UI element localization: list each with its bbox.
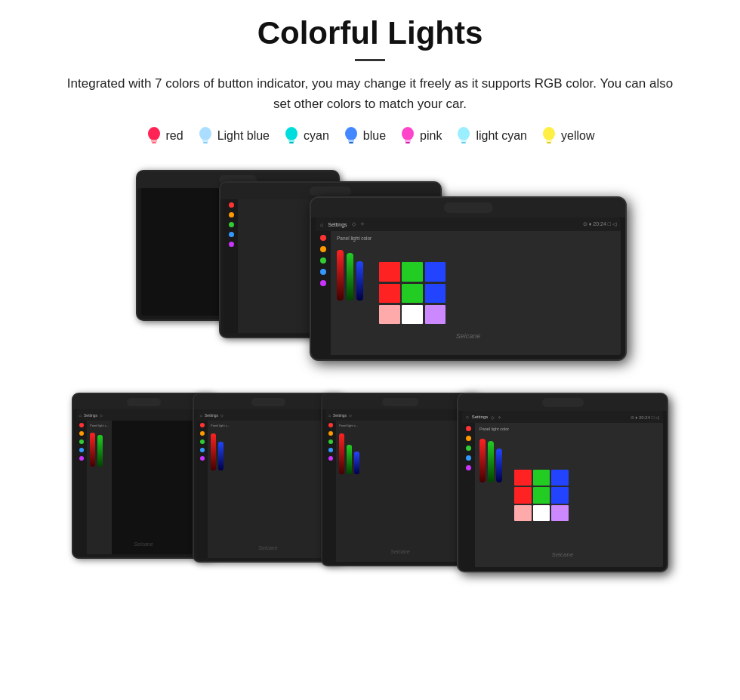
bulb-red-icon — [146, 126, 162, 146]
watermark-b4: Seicane — [552, 551, 574, 558]
color-labels: red Light blue cyan — [30, 126, 710, 146]
panel-label-bottom: Panel light color — [479, 427, 509, 431]
bulb-lightblue-icon — [197, 126, 214, 146]
svg-rect-8 — [289, 142, 294, 143]
svg-rect-14 — [405, 142, 410, 143]
svg-rect-19 — [546, 140, 552, 142]
svg-point-18 — [543, 127, 555, 140]
color-label-yellow: yellow — [561, 129, 594, 143]
color-label-pink: pink — [420, 129, 442, 143]
svg-rect-13 — [405, 140, 411, 142]
svg-rect-2 — [152, 142, 156, 143]
bulb-blue-icon — [343, 126, 359, 146]
color-label-lightblue: Light blue — [217, 129, 270, 143]
color-label-cyan: cyan — [304, 129, 329, 143]
color-item-cyan: cyan — [283, 126, 329, 146]
title-divider — [355, 59, 385, 61]
color-label-blue: blue — [363, 129, 386, 143]
bulb-lightcyan-icon — [455, 126, 472, 146]
page-title: Colorful Lights — [30, 15, 710, 51]
svg-rect-7 — [288, 140, 294, 142]
color-item-light-blue: Light blue — [197, 126, 270, 146]
svg-rect-11 — [349, 142, 353, 143]
svg-rect-16 — [461, 140, 467, 142]
bulb-yellow-icon — [541, 126, 557, 146]
device-front: ⌂ Settings ◇ ✧ ⊙ ♦ 20:24 □ ◁ — [310, 196, 627, 361]
bulb-pink-icon — [399, 126, 416, 146]
page-description: Integrated with 7 colors of button indic… — [60, 73, 680, 114]
settings-label: Settings — [328, 222, 347, 227]
watermark-b2: Seicane — [258, 545, 277, 550]
devices-area: ⌂ Settings ◇ ✧ ⊙ ♦ 20:24 □ ◁ — [30, 162, 710, 572]
color-item-red: red — [146, 126, 183, 146]
bottom-device-3: ⌂ Settings ◇ Panel light c — [321, 393, 479, 566]
bulb-cyan-icon — [283, 126, 300, 146]
svg-point-12 — [402, 127, 414, 140]
svg-point-0 — [148, 127, 160, 140]
svg-rect-17 — [461, 142, 466, 143]
color-label-red: red — [166, 129, 183, 143]
page-container: Colorful Lights Integrated with 7 colors… — [0, 0, 740, 587]
svg-point-6 — [285, 127, 298, 140]
svg-rect-1 — [151, 140, 157, 142]
panel-label-top: Panel light color — [337, 236, 372, 241]
svg-rect-5 — [203, 142, 208, 143]
color-item-lightcyan: light cyan — [455, 126, 527, 146]
watermark-b3: Seicane — [390, 549, 409, 554]
svg-point-9 — [345, 127, 357, 140]
color-item-yellow: yellow — [541, 126, 594, 146]
color-label-lightcyan: light cyan — [476, 129, 527, 143]
svg-rect-20 — [547, 142, 551, 143]
svg-point-3 — [199, 127, 211, 140]
color-item-pink: pink — [399, 126, 442, 146]
watermark-b1: Seicane — [134, 541, 153, 547]
color-item-blue: blue — [343, 126, 386, 146]
svg-rect-10 — [348, 140, 354, 142]
svg-point-15 — [458, 127, 470, 140]
bottom-device-4: ⌂ Settings ◇ ✧ ⊙ ♦ 20:24 □ ◁ — [457, 393, 668, 572]
svg-rect-4 — [202, 140, 208, 142]
